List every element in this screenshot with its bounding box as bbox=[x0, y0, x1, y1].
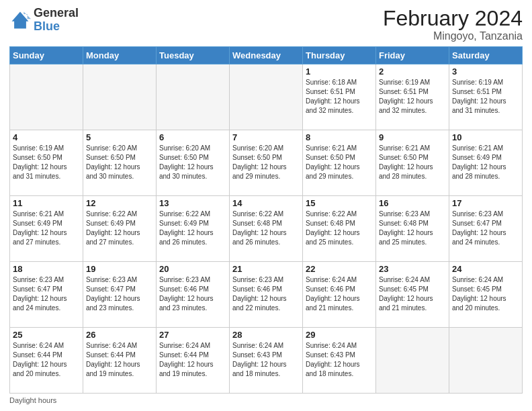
calendar-table: SundayMondayTuesdayWednesdayThursdayFrid… bbox=[9, 46, 523, 394]
calendar-cell: 15Sunrise: 6:22 AM Sunset: 6:48 PM Dayli… bbox=[303, 196, 376, 262]
day-number: 4 bbox=[13, 132, 80, 142]
calendar-cell: 12Sunrise: 6:22 AM Sunset: 6:49 PM Dayli… bbox=[83, 196, 157, 262]
day-info: Sunrise: 6:23 AM Sunset: 6:47 PM Dayligh… bbox=[452, 210, 519, 247]
calendar-cell: 3Sunrise: 6:19 AM Sunset: 6:51 PM Daylig… bbox=[449, 64, 523, 130]
day-number: 25 bbox=[13, 330, 80, 340]
weekday-header: Friday bbox=[376, 47, 449, 64]
calendar-cell: 6Sunrise: 6:20 AM Sunset: 6:50 PM Daylig… bbox=[157, 130, 230, 196]
day-info: Sunrise: 6:22 AM Sunset: 6:48 PM Dayligh… bbox=[232, 210, 300, 247]
day-info: Sunrise: 6:24 AM Sunset: 6:44 PM Dayligh… bbox=[86, 341, 153, 379]
day-number: 22 bbox=[306, 264, 373, 274]
calendar-week-row: 25Sunrise: 6:24 AM Sunset: 6:44 PM Dayli… bbox=[10, 328, 523, 394]
calendar-week-row: 18Sunrise: 6:23 AM Sunset: 6:47 PM Dayli… bbox=[10, 262, 523, 328]
calendar-cell: 10Sunrise: 6:21 AM Sunset: 6:49 PM Dayli… bbox=[449, 130, 523, 196]
calendar-cell: 2Sunrise: 6:19 AM Sunset: 6:51 PM Daylig… bbox=[376, 64, 449, 130]
day-number: 18 bbox=[13, 264, 80, 274]
calendar-cell: 8Sunrise: 6:21 AM Sunset: 6:50 PM Daylig… bbox=[303, 130, 376, 196]
day-number: 19 bbox=[86, 264, 153, 274]
calendar-cell: 11Sunrise: 6:21 AM Sunset: 6:49 PM Dayli… bbox=[10, 196, 83, 262]
calendar-cell: 18Sunrise: 6:23 AM Sunset: 6:47 PM Dayli… bbox=[10, 262, 83, 328]
day-info: Sunrise: 6:19 AM Sunset: 6:51 PM Dayligh… bbox=[452, 78, 519, 116]
main-title: February 2024 bbox=[383, 7, 523, 30]
logo: General Blue bbox=[9, 7, 79, 34]
calendar-week-row: 11Sunrise: 6:21 AM Sunset: 6:49 PM Dayli… bbox=[10, 196, 523, 262]
day-info: Sunrise: 6:21 AM Sunset: 6:50 PM Dayligh… bbox=[306, 144, 373, 181]
calendar-cell: 22Sunrise: 6:24 AM Sunset: 6:46 PM Dayli… bbox=[303, 262, 376, 328]
day-info: Sunrise: 6:24 AM Sunset: 6:44 PM Dayligh… bbox=[159, 341, 226, 379]
calendar-cell: 5Sunrise: 6:20 AM Sunset: 6:50 PM Daylig… bbox=[83, 130, 157, 196]
day-info: Sunrise: 6:24 AM Sunset: 6:45 PM Dayligh… bbox=[452, 275, 519, 313]
page: General Blue February 2024 Mingoyo, Tanz… bbox=[0, 0, 532, 411]
day-info: Sunrise: 6:23 AM Sunset: 6:46 PM Dayligh… bbox=[159, 275, 226, 313]
day-info: Sunrise: 6:23 AM Sunset: 6:47 PM Dayligh… bbox=[13, 275, 80, 313]
day-info: Sunrise: 6:24 AM Sunset: 6:44 PM Dayligh… bbox=[13, 341, 80, 379]
day-number: 8 bbox=[306, 132, 373, 142]
calendar-cell bbox=[10, 64, 83, 130]
day-info: Sunrise: 6:24 AM Sunset: 6:43 PM Dayligh… bbox=[232, 341, 300, 379]
day-info: Sunrise: 6:21 AM Sunset: 6:50 PM Dayligh… bbox=[379, 144, 446, 181]
day-info: Sunrise: 6:20 AM Sunset: 6:50 PM Dayligh… bbox=[159, 144, 226, 181]
calendar-cell bbox=[230, 64, 303, 130]
day-info: Sunrise: 6:22 AM Sunset: 6:49 PM Dayligh… bbox=[159, 210, 226, 247]
calendar-cell: 23Sunrise: 6:24 AM Sunset: 6:45 PM Dayli… bbox=[376, 262, 449, 328]
day-info: Sunrise: 6:20 AM Sunset: 6:50 PM Dayligh… bbox=[232, 144, 300, 181]
calendar-cell bbox=[83, 64, 157, 130]
day-number: 20 bbox=[159, 264, 226, 274]
calendar-cell bbox=[157, 64, 230, 130]
calendar-cell bbox=[376, 328, 449, 394]
day-number: 27 bbox=[159, 330, 226, 340]
day-number: 1 bbox=[306, 66, 373, 77]
calendar-cell: 19Sunrise: 6:23 AM Sunset: 6:47 PM Dayli… bbox=[83, 262, 157, 328]
day-number: 29 bbox=[306, 330, 373, 340]
logo-general: General bbox=[34, 7, 79, 20]
calendar-cell: 13Sunrise: 6:22 AM Sunset: 6:49 PM Dayli… bbox=[157, 196, 230, 262]
day-number: 15 bbox=[306, 198, 373, 208]
day-number: 12 bbox=[86, 198, 153, 208]
logo-icon bbox=[9, 9, 31, 31]
calendar-cell: 16Sunrise: 6:23 AM Sunset: 6:48 PM Dayli… bbox=[376, 196, 449, 262]
day-info: Sunrise: 6:22 AM Sunset: 6:48 PM Dayligh… bbox=[306, 210, 373, 247]
calendar-cell: 27Sunrise: 6:24 AM Sunset: 6:44 PM Dayli… bbox=[157, 328, 230, 394]
day-info: Sunrise: 6:23 AM Sunset: 6:46 PM Dayligh… bbox=[232, 275, 300, 313]
calendar-cell: 25Sunrise: 6:24 AM Sunset: 6:44 PM Dayli… bbox=[10, 328, 83, 394]
weekday-header: Sunday bbox=[10, 47, 83, 64]
calendar-cell bbox=[449, 328, 523, 394]
day-number: 2 bbox=[379, 66, 446, 77]
logo-blue: Blue bbox=[34, 20, 79, 34]
day-info: Sunrise: 6:19 AM Sunset: 6:50 PM Dayligh… bbox=[13, 144, 80, 181]
calendar-cell: 28Sunrise: 6:24 AM Sunset: 6:43 PM Dayli… bbox=[230, 328, 303, 394]
day-number: 14 bbox=[232, 198, 300, 208]
calendar-cell: 14Sunrise: 6:22 AM Sunset: 6:48 PM Dayli… bbox=[230, 196, 303, 262]
weekday-header-row: SundayMondayTuesdayWednesdayThursdayFrid… bbox=[10, 47, 523, 64]
calendar-cell: 26Sunrise: 6:24 AM Sunset: 6:44 PM Dayli… bbox=[83, 328, 157, 394]
calendar-cell: 21Sunrise: 6:23 AM Sunset: 6:46 PM Dayli… bbox=[230, 262, 303, 328]
calendar-cell: 17Sunrise: 6:23 AM Sunset: 6:47 PM Dayli… bbox=[449, 196, 523, 262]
weekday-header: Wednesday bbox=[230, 47, 303, 64]
calendar-cell: 9Sunrise: 6:21 AM Sunset: 6:50 PM Daylig… bbox=[376, 130, 449, 196]
day-number: 7 bbox=[232, 132, 300, 142]
day-number: 17 bbox=[452, 198, 519, 208]
calendar-cell: 4Sunrise: 6:19 AM Sunset: 6:50 PM Daylig… bbox=[10, 130, 83, 196]
calendar-week-row: 4Sunrise: 6:19 AM Sunset: 6:50 PM Daylig… bbox=[10, 130, 523, 196]
header: General Blue February 2024 Mingoyo, Tanz… bbox=[9, 7, 523, 42]
calendar-cell: 7Sunrise: 6:20 AM Sunset: 6:50 PM Daylig… bbox=[230, 130, 303, 196]
logo-text: General Blue bbox=[34, 7, 79, 34]
day-info: Sunrise: 6:21 AM Sunset: 6:49 PM Dayligh… bbox=[13, 210, 80, 247]
day-number: 5 bbox=[86, 132, 153, 142]
day-number: 3 bbox=[452, 66, 519, 77]
weekday-header: Saturday bbox=[449, 47, 523, 64]
svg-marker-0 bbox=[12, 11, 29, 28]
calendar-cell: 29Sunrise: 6:24 AM Sunset: 6:43 PM Dayli… bbox=[303, 328, 376, 394]
day-number: 28 bbox=[232, 330, 300, 340]
footer-note: Daylight hours bbox=[9, 396, 523, 404]
day-number: 6 bbox=[159, 132, 226, 142]
weekday-header: Thursday bbox=[303, 47, 376, 64]
title-block: February 2024 Mingoyo, Tanzania bbox=[383, 7, 523, 42]
day-number: 24 bbox=[452, 264, 519, 274]
day-number: 23 bbox=[379, 264, 446, 274]
day-number: 16 bbox=[379, 198, 446, 208]
day-info: Sunrise: 6:21 AM Sunset: 6:49 PM Dayligh… bbox=[452, 144, 519, 181]
calendar-cell: 1Sunrise: 6:18 AM Sunset: 6:51 PM Daylig… bbox=[303, 64, 376, 130]
day-info: Sunrise: 6:18 AM Sunset: 6:51 PM Dayligh… bbox=[306, 78, 373, 116]
calendar-cell: 20Sunrise: 6:23 AM Sunset: 6:46 PM Dayli… bbox=[157, 262, 230, 328]
